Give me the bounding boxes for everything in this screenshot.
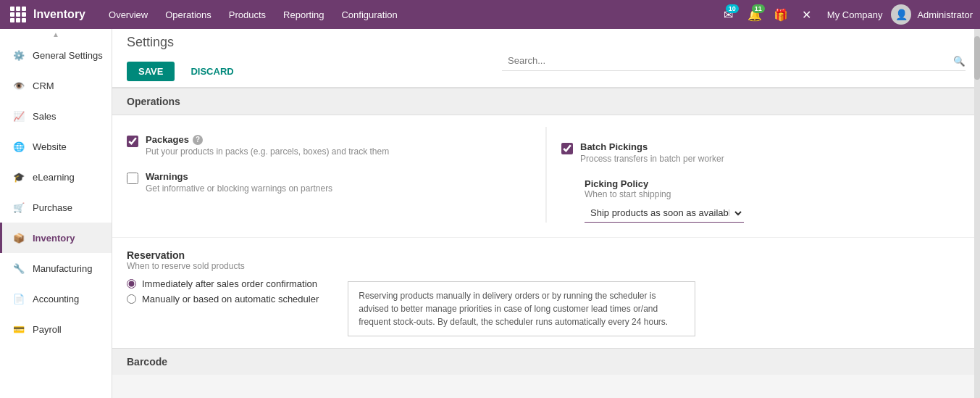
reservation-info-box: Reserving products manually in delivery … [348, 281, 695, 336]
picking-policy-desc: When to start shipping [585, 189, 966, 199]
packages-help-icon[interactable]: ? [193, 135, 203, 145]
sidebar-item-inventory[interactable]: 📦 Inventory [0, 223, 112, 253]
sidebar-item-purchase[interactable]: 🛒 Purchase [0, 192, 112, 223]
sidebar-item-manufacturing[interactable]: 🔧 Manufacturing [0, 253, 112, 283]
activity-badge: 10 [726, 4, 739, 13]
website-icon: 🌐 [11, 138, 27, 154]
sidebar-scroll-up[interactable]: ▲ [0, 29, 112, 40]
sidebar-item-website[interactable]: 🌐 Website [0, 131, 112, 162]
sidebar-label-inventory: Inventory [33, 233, 75, 244]
reservation-content: Immediately after sales order confirmati… [127, 278, 966, 336]
warnings-label-text: Warnings [146, 171, 332, 182]
right-scrollbar[interactable] [974, 29, 980, 398]
sidebar-item-crm[interactable]: 👁️ CRM [0, 70, 112, 101]
activity-icon-button[interactable]: ✉ 10 [717, 3, 740, 26]
user-name[interactable]: Administrator [917, 9, 973, 20]
sidebar-label-elearning: eLearning [33, 172, 75, 183]
nav-links: Overview Operations Products Reporting C… [100, 0, 717, 29]
accounting-icon: 📄 [11, 291, 27, 307]
sidebar-label-accounting: Accounting [33, 294, 79, 304]
company-name[interactable]: My Company [827, 9, 883, 20]
search-container: 🔍 [502, 51, 966, 71]
sidebar-label-manufacturing: Manufacturing [33, 263, 92, 274]
sidebar-item-general-settings[interactable]: ⚙️ General Settings [0, 40, 112, 70]
sidebar-item-sales[interactable]: 📈 Sales [0, 101, 112, 131]
sales-icon: 📈 [11, 108, 27, 124]
app-title: Inventory [33, 8, 85, 21]
avatar[interactable]: 👤 [891, 4, 911, 25]
top-navigation: Inventory Overview Operations Products R… [0, 0, 980, 29]
packages-label: Packages ? [146, 134, 389, 145]
nav-overview[interactable]: Overview [100, 0, 156, 29]
left-settings-col: Packages ? Put your products in packs (e… [127, 127, 546, 223]
batch-pickings-checkbox[interactable] [561, 143, 573, 154]
warnings-checkbox[interactable] [127, 173, 138, 184]
sidebar-label-general-settings: General Settings [33, 50, 103, 61]
search-input[interactable] [502, 51, 966, 71]
nav-operations[interactable]: Operations [156, 0, 220, 29]
reservation-manual-label: Manually or based on automatic scheduler [142, 294, 319, 304]
reservation-radio-immediate[interactable] [127, 279, 136, 289]
picking-policy-label: Picking Policy [585, 178, 966, 189]
reservation-immediate-label: Immediately after sales order confirmati… [142, 278, 317, 289]
picking-policy-select[interactable]: Ship products as soon as availableShip a… [585, 204, 744, 223]
apps-grid-button[interactable] [7, 4, 29, 25]
packages-checkbox-wrap [127, 136, 138, 149]
warnings-checkbox-wrap [127, 173, 138, 186]
batch-pickings-setting: Batch Pickings Process transfers in batc… [561, 134, 966, 171]
warnings-info: Warnings Get informative or blocking war… [146, 171, 332, 194]
purchase-icon: 🛒 [11, 199, 27, 215]
batch-pickings-checkbox-wrap [561, 143, 573, 157]
general-settings-icon: ⚙️ [11, 47, 27, 63]
manufacturing-icon: 🔧 [11, 260, 27, 276]
reservation-title: Reservation [127, 249, 966, 261]
gift-icon-button[interactable]: 🎁 [769, 3, 792, 26]
sidebar-label-payroll: Payroll [33, 324, 62, 335]
settings-content: Operations Packages [112, 88, 980, 375]
main-layout: ▲ ⚙️ General Settings 👁️ CRM 📈 Sales 🌐 W… [0, 29, 980, 398]
packages-info: Packages ? Put your products in packs (e… [146, 134, 389, 157]
batch-pickings-label: Batch Pickings [580, 141, 724, 152]
reservation-radio-group: Immediately after sales order confirmati… [127, 278, 319, 304]
right-settings-col: Batch Pickings Process transfers in batc… [546, 127, 966, 223]
grid-icon [10, 7, 26, 22]
reservation-option-manual[interactable]: Manually or based on automatic scheduler [127, 294, 319, 304]
close-icon-button[interactable]: ✕ [795, 3, 818, 26]
packages-checkbox[interactable] [127, 136, 138, 147]
messages-icon-button[interactable]: 🔔 11 [743, 3, 766, 26]
packages-desc: Put your products in packs (e.g. parcels… [146, 146, 389, 157]
sidebar-label-crm: CRM [33, 80, 54, 91]
payroll-icon: 💳 [11, 321, 27, 337]
settings-title: Settings [127, 35, 240, 50]
sidebar-item-payroll[interactable]: 💳 Payroll [0, 314, 112, 344]
barcode-title: Barcode [127, 356, 167, 368]
sidebar-label-website: Website [33, 141, 67, 152]
packages-label-text: Packages [146, 134, 189, 145]
nav-products[interactable]: Products [220, 0, 275, 29]
discard-button[interactable]: DISCARD [185, 62, 239, 81]
warnings-setting: Warnings Get informative or blocking war… [127, 164, 545, 201]
sidebar-item-elearning[interactable]: 🎓 eLearning [0, 162, 112, 192]
operations-section-body: Packages ? Put your products in packs (e… [112, 115, 980, 237]
reservation-option-immediate[interactable]: Immediately after sales order confirmati… [127, 278, 319, 289]
batch-pickings-info: Batch Pickings Process transfers in batc… [580, 141, 724, 164]
scrollbar-thumb[interactable] [974, 36, 980, 80]
sidebar: ▲ ⚙️ General Settings 👁️ CRM 📈 Sales 🌐 W… [0, 29, 112, 398]
search-button[interactable]: 🔍 [953, 56, 966, 67]
sidebar-item-accounting[interactable]: 📄 Accounting [0, 283, 112, 314]
reservation-radio-manual[interactable] [127, 294, 136, 304]
nav-reporting[interactable]: Reporting [275, 0, 332, 29]
picking-policy-setting: Picking Policy When to start shipping Sh… [561, 171, 966, 223]
operations-section-header: Operations [112, 88, 980, 115]
settings-grid: Packages ? Put your products in packs (e… [127, 127, 966, 223]
sidebar-label-purchase: Purchase [33, 202, 72, 213]
operations-title: Operations [127, 96, 180, 107]
packages-setting: Packages ? Put your products in packs (e… [127, 127, 545, 164]
inventory-icon: 📦 [11, 230, 27, 246]
nav-configuration[interactable]: Configuration [332, 0, 406, 29]
top-nav-right: ✉ 10 🔔 11 🎁 ✕ My Company 👤 Administrator [717, 3, 973, 26]
save-button[interactable]: SAVE [127, 62, 175, 81]
barcode-section-header: Barcode [112, 348, 980, 375]
reservation-section: Reservation When to reserve sold product… [112, 237, 980, 348]
messages-badge: 11 [752, 4, 765, 13]
